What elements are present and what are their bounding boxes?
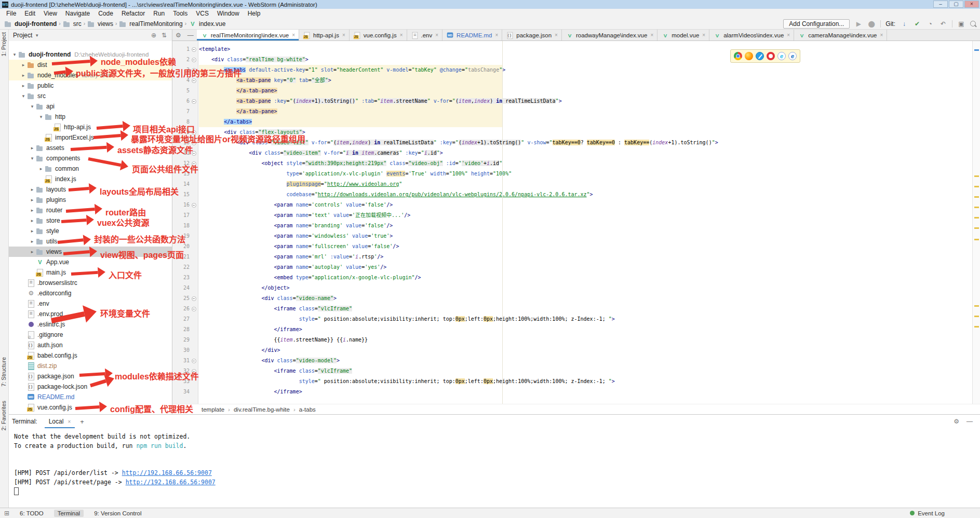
fold-icon[interactable]	[192, 151, 196, 156]
opera-icon[interactable]	[767, 52, 775, 60]
tree-item-http-api.js[interactable]: http-api.js	[9, 122, 172, 132]
tree-item-common[interactable]: ▸common	[9, 163, 172, 174]
editor-tab[interactable]: http-api.js×	[299, 30, 350, 40]
history-icon[interactable]: ◔	[926, 20, 934, 28]
close-icon[interactable]: ×	[292, 32, 295, 38]
chevron-right-icon[interactable]: ▸	[29, 249, 36, 254]
editor-tab[interactable]: realTimeMonitoring\index.vue×	[197, 30, 299, 40]
chevron-right-icon[interactable]: ▸	[20, 73, 27, 78]
menu-edit[interactable]: Edit	[20, 10, 39, 17]
close-icon[interactable]: ×	[650, 32, 653, 38]
tree-item-assets[interactable]: ▸assets	[9, 143, 172, 153]
editor-tab[interactable]: .env×	[407, 30, 443, 40]
error-stripe[interactable]	[972, 41, 980, 404]
ie-icon[interactable]: e	[777, 52, 786, 60]
tree-item-App.vue[interactable]: App.vue	[9, 257, 172, 267]
tree-item-auth.json[interactable]: auth.json	[9, 340, 172, 350]
tree-item-components[interactable]: ▾components	[9, 153, 172, 163]
terminal-output[interactable]: Note that the development build is not o…	[9, 428, 980, 496]
tree-item-babel.config.js[interactable]: babel.config.js	[9, 350, 172, 361]
fold-icon[interactable]	[192, 130, 196, 135]
menu-vcs[interactable]: VCS	[192, 10, 213, 17]
terminal-link[interactable]: http://192.168.66.56:9007	[122, 469, 212, 476]
editor-tab[interactable]: vue.config.js×	[350, 30, 407, 40]
menu-help[interactable]: Help	[244, 10, 265, 17]
chevron-down-icon[interactable]: ▾	[37, 114, 45, 119]
run-icon[interactable]: ▶	[854, 20, 863, 28]
tree-item-.browserslistrc[interactable]: .browserslistrc	[9, 278, 172, 288]
collapse-all-icon[interactable]: ⇅	[162, 32, 167, 39]
breadcrumb-item-src[interactable]: src	[63, 20, 82, 28]
hide-panel-icon[interactable]: —	[184, 30, 197, 40]
tree-item-duoji-frontend[interactable]: ▾duoji-frontendD:\zheheWeb\duoji-fronten…	[9, 49, 172, 60]
menu-file[interactable]: File	[2, 10, 20, 17]
safari-icon[interactable]	[756, 52, 764, 60]
fold-icon[interactable]	[192, 307, 196, 311]
tree-item-http[interactable]: ▾http	[9, 112, 172, 122]
tree-item-api[interactable]: ▾api	[9, 101, 172, 112]
statusbar-6-todo[interactable]: 6: TODO	[20, 510, 44, 516]
rollback-icon[interactable]: ↶	[939, 20, 947, 28]
hide-panel-icon[interactable]: —	[966, 418, 973, 425]
tree-item-package-lock.json[interactable]: package-lock.json	[9, 381, 172, 392]
tree-item-vue.config.js[interactable]: vue.config.js	[9, 402, 172, 413]
gear-icon[interactable]: ⚙	[172, 30, 184, 40]
gear-icon[interactable]: ⚙	[954, 418, 959, 425]
tree-item-main.js[interactable]: main.js	[9, 267, 172, 278]
tree-item-.gitignore[interactable]: .gitignore	[9, 330, 172, 340]
chevron-right-icon[interactable]: ▸	[20, 62, 27, 67]
tree-item-dist[interactable]: ▸dist	[9, 60, 172, 70]
fold-icon[interactable]	[192, 58, 196, 62]
tree-item-.env[interactable]: .env	[9, 298, 172, 309]
tree-item-utils[interactable]: ▸utils	[9, 236, 172, 247]
menu-view[interactable]: View	[39, 10, 61, 17]
close-icon[interactable]: ×	[400, 32, 403, 38]
event-log-button[interactable]: Event Log	[910, 510, 945, 516]
editor-breadcrumb-item-template[interactable]: template	[202, 406, 224, 413]
close-icon[interactable]: ×	[702, 32, 705, 38]
editor-tab[interactable]: cameraManage\index.vue×	[794, 30, 887, 40]
statusbar-terminal[interactable]: Terminal	[54, 510, 84, 517]
close-icon[interactable]: ×	[555, 32, 558, 38]
fold-icon[interactable]	[192, 68, 196, 73]
tree-item-style[interactable]: ▸style	[9, 226, 172, 236]
close-button[interactable]: ×	[964, 1, 979, 8]
debug-icon[interactable]: ⬤	[867, 20, 876, 28]
chevron-right-icon[interactable]: ▸	[20, 83, 27, 88]
fold-icon[interactable]	[192, 369, 196, 374]
tree-item-src[interactable]: ▾src	[9, 91, 172, 101]
fold-icon[interactable]	[192, 78, 196, 83]
chevron-right-icon[interactable]: ▸	[29, 187, 36, 192]
editor-tab[interactable]: README.md×	[442, 30, 502, 40]
close-icon[interactable]: ×	[68, 419, 71, 425]
chrome-icon[interactable]	[734, 52, 742, 60]
git-update-icon[interactable]: ↓	[900, 20, 908, 28]
edge-icon[interactable]: e	[788, 52, 797, 60]
tool-window-button-favorites[interactable]: 2: Favorites	[1, 401, 7, 430]
close-icon[interactable]: ×	[495, 32, 498, 38]
tree-item-README.md[interactable]: README.md	[9, 392, 172, 402]
tree-item-.editorconfig[interactable]: .editorconfig	[9, 288, 172, 298]
tree-item-importExcel.js[interactable]: importExcel.js	[9, 132, 172, 143]
chevron-right-icon[interactable]: ▸	[29, 218, 36, 223]
terminal-tab-local[interactable]: Local ×	[45, 415, 75, 428]
chevron-right-icon[interactable]: ▸	[29, 145, 36, 151]
close-icon[interactable]: ×	[435, 32, 438, 38]
tree-item-plugins[interactable]: ▸plugins	[9, 195, 172, 205]
chevron-down-icon[interactable]: ▾	[29, 104, 36, 109]
menu-navigate[interactable]: Navigate	[61, 10, 94, 17]
tree-item-router[interactable]: ▸router	[9, 205, 172, 215]
editor-tab[interactable]: model.vue×	[657, 30, 709, 40]
chevron-right-icon[interactable]: ▸	[37, 166, 45, 171]
close-icon[interactable]: ×	[787, 32, 790, 38]
chevron-right-icon[interactable]: ▸	[29, 228, 36, 234]
fold-icon[interactable]	[192, 296, 196, 301]
search-everywhere-icon[interactable]	[970, 21, 976, 26]
editor-breadcrumb-item-div.realTime.bg-white[interactable]: div.realTime.bg-white	[234, 406, 290, 413]
tree-item-public[interactable]: ▸public	[9, 80, 172, 91]
editor-breadcrumb-item-a-tabs[interactable]: a-tabs	[299, 406, 316, 413]
breadcrumb-item-index.vue[interactable]: index.vue	[189, 20, 225, 28]
editor-tab[interactable]: roadwayManage\index.vue×	[562, 30, 657, 40]
fold-icon[interactable]	[192, 203, 196, 208]
menu-refactor[interactable]: Refactor	[117, 10, 149, 17]
